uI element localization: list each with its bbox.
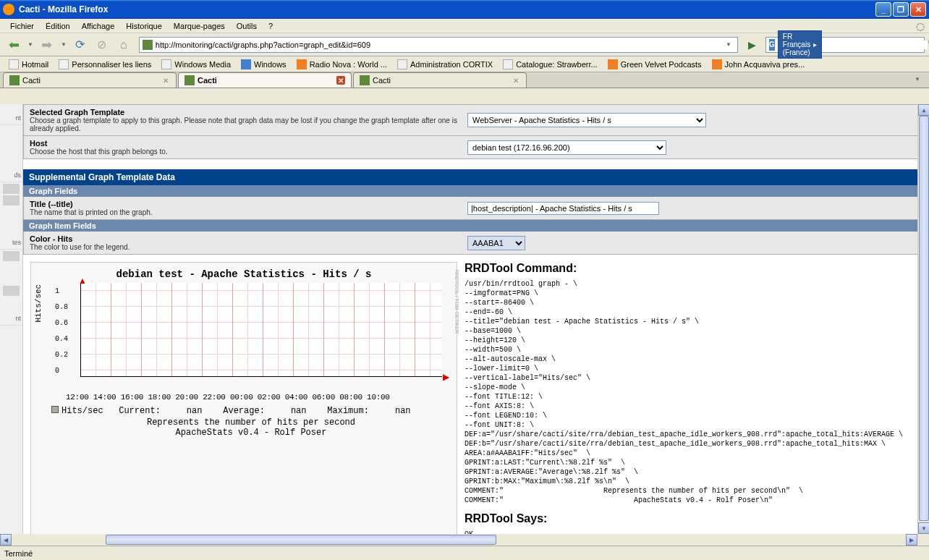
rss-icon <box>608 59 618 69</box>
form-row-host: Host Choose the host that this graph bel… <box>23 136 929 159</box>
firefox-icon <box>3 4 14 15</box>
hscroll-track[interactable] <box>12 534 906 546</box>
title-input[interactable] <box>467 202 659 215</box>
url-input[interactable] <box>156 41 723 49</box>
template-desc: Choose a graph template to apply to this… <box>30 116 467 132</box>
bookmark-personnaliser[interactable]: Personnaliser les liens <box>54 58 156 71</box>
tab-cacti-3[interactable]: Cacti ✕ <box>353 72 527 88</box>
url-history-dropdown[interactable]: ▼ <box>723 41 734 48</box>
language-label: FR Français (France) <box>783 33 810 56</box>
content-area: nt ds tes nt Selected Graph Template Cho… <box>0 104 929 546</box>
color-label: Color - Hits <box>30 234 467 243</box>
legend-series-label: Hits/sec <box>61 406 103 416</box>
legend-maximum-value: nan <box>395 406 411 416</box>
sidebar-button[interactable] <box>3 286 20 296</box>
search-engine-icon[interactable]: G <box>769 39 775 51</box>
page-icon <box>397 59 407 69</box>
tab-label: Cacti <box>373 76 509 85</box>
bookmark-radio-nova[interactable]: Radio Nova : World ... <box>292 58 391 71</box>
sidebar-button[interactable] <box>3 251 20 261</box>
menu-tools[interactable]: Outils <box>231 20 263 32</box>
bookmark-hotmail[interactable]: Hotmail <box>4 58 53 71</box>
template-label: Selected Graph Template <box>30 108 467 116</box>
scroll-down-button[interactable]: ▼ <box>918 522 929 534</box>
template-select[interactable]: WebServer - Apache Statistics - Hits / s <box>467 113 706 127</box>
close-button[interactable]: ✕ <box>910 2 926 17</box>
back-history-dropdown[interactable]: ▼ <box>26 41 35 48</box>
scroll-up-button[interactable]: ▲ <box>918 104 929 116</box>
url-bar[interactable]: ▼ <box>139 37 738 53</box>
menu-help[interactable]: ? <box>263 20 279 32</box>
page-icon <box>9 59 19 69</box>
legend-current-value: nan <box>187 406 203 416</box>
host-select[interactable]: debian test (172.16.96.200) <box>467 140 666 155</box>
bookmark-label: Green Velvet Podcasts <box>621 60 702 69</box>
x-axis-arrow-icon: ▶ <box>443 372 449 382</box>
form-row-title: Title (--title) The name that is printed… <box>23 197 929 220</box>
scroll-right-button[interactable]: ▶ <box>906 534 917 546</box>
y-tick: 0.2 <box>55 351 68 359</box>
tabs-list-button[interactable]: ▼ <box>915 76 926 88</box>
tab-cacti-2[interactable]: Cacti ✕ <box>178 72 352 88</box>
go-button[interactable]: ▶ <box>744 37 760 53</box>
back-button[interactable]: ⬅ <box>4 35 23 54</box>
bookmark-windows-media[interactable]: Windows Media <box>157 58 235 71</box>
tab-cacti-1[interactable]: Cacti ✕ <box>3 72 177 88</box>
sidebar-item[interactable]: ds <box>0 169 22 182</box>
windows-icon <box>241 59 251 69</box>
site-icon <box>143 40 153 50</box>
bookmark-label: Personnaliser les liens <box>72 60 151 69</box>
vscroll-thumb[interactable] <box>919 116 929 521</box>
color-select[interactable]: AAABA1 <box>467 236 525 250</box>
graph-ylabel: Hits/sec <box>34 284 43 323</box>
vertical-scrollbar[interactable]: ▲ ▼ <box>917 104 929 534</box>
home-button[interactable]: ⌂ <box>114 35 133 54</box>
host-label: Host <box>30 139 467 148</box>
scroll-left-button[interactable]: ◀ <box>0 534 12 546</box>
sidebar-item[interactable]: nt <box>0 312 22 326</box>
menu-edit[interactable]: Édition <box>40 20 76 32</box>
vscroll-track[interactable] <box>918 116 929 522</box>
sidebar-item[interactable]: tes <box>0 236 22 250</box>
y-tick: 0 <box>55 367 59 375</box>
tab-close-icon[interactable]: ✕ <box>336 76 345 85</box>
cacti-icon <box>184 75 195 85</box>
status-bar: Terminé <box>0 546 929 560</box>
menu-history[interactable]: Historique <box>120 20 168 32</box>
graph-preview: RRDTOOL / TOBI OETIKER debian test - Apa… <box>30 262 457 539</box>
minimize-button[interactable]: _ <box>875 2 891 17</box>
page-icon <box>59 59 69 69</box>
horizontal-scrollbar[interactable]: ◀ ▶ <box>0 534 917 546</box>
legend-current-label: Current: <box>119 406 161 416</box>
left-sidebar: nt ds tes nt <box>0 104 23 546</box>
sidebar-item[interactable]: nt <box>0 111 22 125</box>
search-input[interactable] <box>822 41 928 49</box>
menu-file[interactable]: Fichier <box>4 20 40 32</box>
page-icon <box>161 59 171 69</box>
sidebar-button[interactable] <box>3 184 20 194</box>
tab-close-icon[interactable]: ✕ <box>161 76 170 85</box>
bookmark-admin-cortix[interactable]: Administration CORTIX <box>393 58 497 71</box>
legend-average-value: nan <box>291 406 307 416</box>
search-box[interactable]: G FR Français (France) ▸ 🔍 <box>765 37 925 53</box>
subsection-graph-fields: Graph Fields <box>23 185 929 197</box>
rss-icon <box>712 59 722 69</box>
bookmark-windows[interactable]: Windows <box>237 58 291 71</box>
sidebar-button[interactable] <box>3 195 20 205</box>
language-selector[interactable]: FR Français (France) ▸ <box>778 30 822 59</box>
hscroll-thumb[interactable] <box>106 535 496 545</box>
bookmark-label: Catalogue: Strawberr... <box>516 60 598 69</box>
bookmark-label: John Acquaviva pres... <box>725 60 805 69</box>
menu-view[interactable]: Affichage <box>76 20 121 32</box>
bookmark-green-velvet[interactable]: Green Velvet Podcasts <box>603 58 706 71</box>
reload-button[interactable]: ⟳ <box>71 35 90 54</box>
tab-close-icon[interactable]: ✕ <box>512 76 520 85</box>
legend-average-label: Average: <box>223 406 265 416</box>
host-desc: Choose the host that this graph belongs … <box>30 148 467 156</box>
bookmark-acquaviva[interactable]: John Acquaviva pres... <box>708 58 810 71</box>
maximize-button[interactable]: ❐ <box>893 2 909 17</box>
x-ticks: 12:00 14:00 16:00 18:00 20:00 22:00 00:0… <box>66 393 451 402</box>
subsection-graph-item-fields: Graph Item Fields <box>23 220 929 232</box>
menu-bookmarks[interactable]: Marque-pages <box>168 20 231 32</box>
bookmark-catalogue[interactable]: Catalogue: Strawberr... <box>499 58 602 71</box>
